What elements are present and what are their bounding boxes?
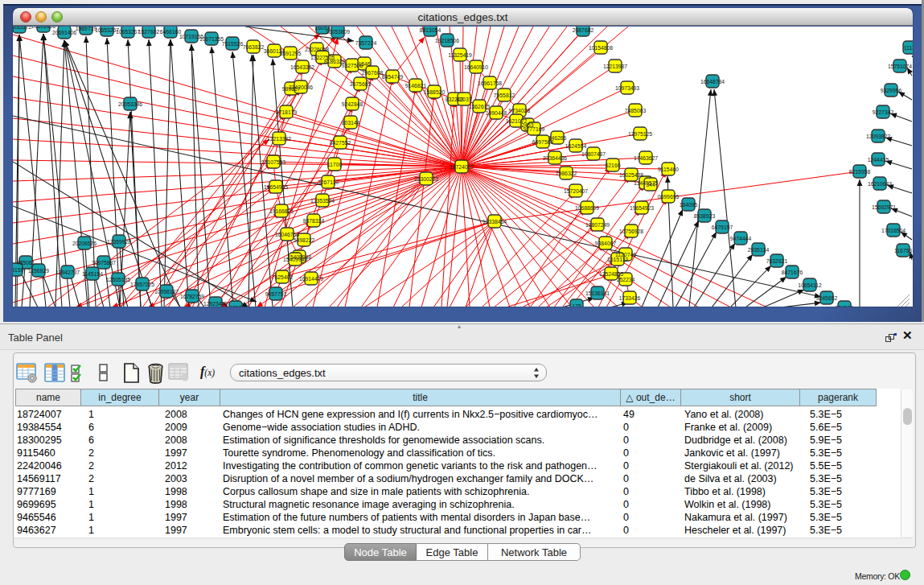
svg-text:10653267: 10653267 (116, 29, 140, 35)
svg-text:10671355: 10671355 (199, 36, 224, 42)
svg-text:11325419: 11325419 (448, 52, 472, 58)
svg-text:924565: 924565 (836, 305, 854, 307)
svg-text:8878334: 8878334 (303, 218, 325, 224)
svg-text:2087682: 2087682 (573, 27, 594, 33)
svg-text:3267110: 3267110 (318, 179, 339, 185)
svg-text:19338454: 19338454 (483, 219, 507, 225)
svg-text:7955812: 7955812 (494, 93, 515, 98)
svg-text:7663822: 7663822 (243, 44, 265, 50)
svg-text:18107553: 18107553 (261, 159, 285, 165)
svg-text:9474444: 9474444 (730, 236, 752, 241)
svg-text:12093822: 12093822 (866, 134, 890, 139)
svg-text:2935134: 2935134 (748, 247, 770, 253)
svg-text:8471676: 8471676 (782, 270, 803, 275)
svg-text:19654923: 19654923 (630, 205, 654, 211)
svg-text:17463627: 17463627 (634, 155, 658, 161)
svg-text:23420046: 23420046 (289, 84, 313, 90)
svg-text:30975887: 30975887 (92, 260, 116, 266)
svg-text:42037: 42037 (457, 97, 472, 102)
svg-text:1244415: 1244415 (868, 157, 889, 163)
svg-text:15751074: 15751074 (888, 64, 912, 69)
svg-text:16053809: 16053809 (326, 29, 350, 35)
svg-text:7625402: 7625402 (272, 274, 294, 280)
svg-text:10807487: 10807487 (581, 151, 606, 157)
svg-text:8186328: 8186328 (324, 59, 346, 64)
svg-text:19218506: 19218506 (435, 38, 459, 43)
svg-text:3691295: 3691295 (280, 51, 302, 56)
svg-text:1527602: 1527602 (138, 29, 160, 35)
svg-text:19654955: 19654955 (264, 184, 288, 190)
svg-text:1112: 1112 (904, 45, 913, 51)
svg-text:9384067: 9384067 (595, 241, 617, 246)
svg-text:13353594: 13353594 (310, 198, 335, 204)
svg-text:9734028: 9734028 (509, 108, 531, 113)
svg-text:20053346: 20053346 (118, 101, 142, 107)
svg-text:8215958: 8215958 (849, 169, 871, 175)
svg-text:485061: 485061 (17, 260, 35, 266)
svg-text:20691406: 20691406 (52, 30, 76, 35)
svg-text:23226058: 23226058 (305, 47, 329, 52)
svg-text:25300273: 25300273 (414, 176, 438, 182)
svg-text:15720407: 15720407 (564, 188, 588, 194)
svg-text:16961758: 16961758 (478, 80, 502, 86)
svg-text:9329996: 9329996 (881, 88, 902, 93)
svg-text:39159: 39159 (13, 267, 24, 273)
svg-text:1990448: 1990448 (486, 110, 507, 116)
svg-text:18807249: 18807249 (585, 222, 610, 228)
svg-text:13975125: 13975125 (628, 131, 652, 137)
svg-text:16648784: 16648784 (700, 79, 725, 84)
svg-text:16543362: 16543362 (290, 64, 314, 70)
svg-text:16210643: 16210643 (868, 181, 892, 187)
svg-text:1362615: 1362615 (469, 104, 491, 109)
svg-text:9242848: 9242848 (342, 101, 363, 107)
svg-text:16046708: 16046708 (275, 232, 299, 237)
svg-text:11700: 11700 (327, 162, 343, 167)
svg-text:7986322: 7986322 (556, 171, 577, 176)
svg-text:8938923: 8938923 (694, 213, 716, 219)
svg-text:19166825: 19166825 (269, 208, 294, 214)
svg-text:2718179: 2718179 (276, 109, 298, 115)
svg-text:12505135: 12505135 (106, 277, 130, 282)
svg-text:20206576: 20206576 (72, 241, 97, 246)
svg-text:17359928: 17359928 (107, 239, 131, 245)
svg-text:1733426: 1733426 (619, 295, 641, 301)
svg-text:8427552: 8427552 (330, 140, 351, 146)
svg-text:9227342: 9227342 (873, 109, 894, 115)
svg-text:16640910: 16640910 (464, 64, 488, 70)
svg-text:7515526: 7515526 (222, 41, 244, 47)
svg-text:16782759: 16782759 (180, 294, 204, 299)
svg-text:9777169: 9777169 (524, 126, 545, 132)
svg-text:10025438: 10025438 (619, 172, 643, 178)
svg-text:1145194: 1145194 (82, 271, 103, 277)
svg-text:1615112: 1615112 (607, 257, 628, 262)
svg-text:344: 344 (646, 182, 655, 187)
svg-text:1969719: 1969719 (76, 27, 97, 31)
svg-text:18724007: 18724007 (450, 164, 474, 170)
svg-text:7485063: 7485063 (625, 108, 647, 113)
svg-text:8454749: 8454749 (382, 74, 404, 80)
svg-text:1292: 1292 (229, 305, 241, 307)
svg-text:12942737: 12942737 (55, 270, 80, 275)
svg-text:13524855: 13524855 (599, 271, 623, 277)
svg-text:12923448: 12923448 (203, 301, 228, 307)
svg-text:17957225: 17957225 (130, 282, 154, 287)
svg-text:2967608: 2967608 (362, 70, 384, 76)
svg-text:0699695: 0699695 (658, 194, 680, 200)
svg-text:3675685: 3675685 (350, 81, 372, 87)
svg-text:23364436: 23364436 (543, 155, 567, 161)
svg-text:10654112: 10654112 (798, 282, 822, 288)
svg-text:17016504: 17016504 (881, 228, 906, 233)
svg-text:10756928: 10756928 (619, 229, 643, 234)
svg-text:9457791: 9457791 (265, 291, 287, 297)
svg-text:1588520: 1588520 (424, 89, 446, 95)
svg-text:15409949: 15409949 (283, 257, 307, 262)
svg-text:12213382: 12213382 (267, 136, 291, 142)
svg-text:8813054: 8813054 (420, 27, 441, 33)
svg-text:14035572: 14035572 (13, 27, 31, 30)
svg-text:10154808: 10154808 (589, 45, 613, 51)
svg-text:15692971: 15692971 (872, 204, 896, 210)
svg-text:15136141: 15136141 (585, 290, 610, 296)
svg-text:6479197: 6479197 (712, 225, 733, 230)
svg-text:9115460: 9115460 (658, 167, 679, 172)
svg-text:16914479: 16914479 (299, 276, 323, 282)
